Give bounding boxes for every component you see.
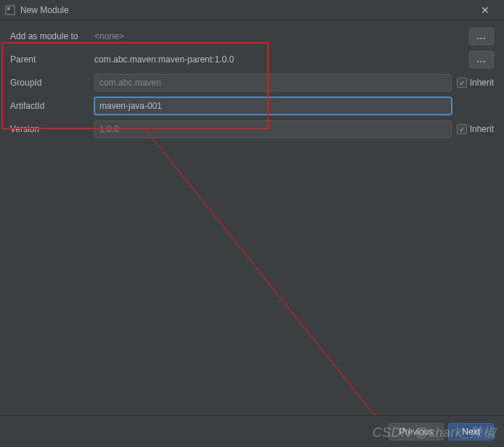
add-module-row: Add as module to <none> ... — [7, 26, 497, 46]
version-inherit-checkbox[interactable]: ✓ Inherit — [457, 124, 494, 134]
version-inherit-label: Inherit — [470, 124, 494, 134]
close-icon[interactable]: ✕ — [471, 4, 500, 16]
previous-button[interactable]: Previous — [389, 423, 444, 440]
app-icon — [4, 4, 16, 16]
check-icon: ✓ — [457, 78, 467, 88]
svg-line-3 — [145, 129, 378, 419]
groupid-inherit-label: Inherit — [470, 78, 494, 88]
check-icon: ✓ — [457, 124, 467, 134]
next-button[interactable]: Next — [448, 423, 494, 440]
add-module-label: Add as module to — [7, 31, 94, 41]
groupid-row: GroupId ✓ Inherit — [7, 73, 497, 93]
parent-row: Parent com.abc.maven:maven-parent:1.0.0 … — [7, 49, 497, 70]
artifactid-label: ArtifactId — [7, 101, 94, 111]
footer: Previous Next — [0, 415, 504, 447]
version-input[interactable] — [94, 120, 452, 138]
artifactid-row: ArtifactId — [7, 96, 497, 116]
groupid-inherit-checkbox[interactable]: ✓ Inherit — [457, 78, 494, 88]
titlebar: New Module ✕ — [0, 0, 504, 20]
parent-value: com.abc.maven:maven-parent:1.0.0 — [94, 54, 234, 65]
version-label: Version — [7, 124, 94, 134]
window-title: New Module — [20, 5, 471, 15]
add-module-value: <none> — [94, 31, 124, 41]
add-module-browse-button[interactable]: ... — [469, 28, 494, 45]
version-row: Version ✓ Inherit — [7, 119, 497, 139]
parent-label: Parent — [7, 54, 94, 65]
groupid-input[interactable] — [94, 74, 452, 91]
content-area: Add as module to <none> ... Parent com.a… — [0, 20, 504, 148]
groupid-label: GroupId — [7, 78, 94, 88]
artifactid-input[interactable] — [94, 97, 452, 115]
parent-browse-button[interactable]: ... — [469, 51, 494, 68]
svg-rect-1 — [7, 7, 10, 10]
